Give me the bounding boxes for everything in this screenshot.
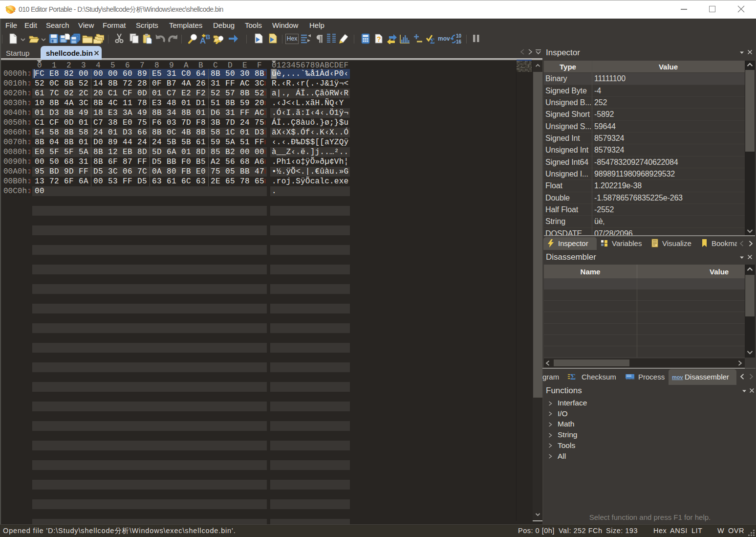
svg-text:A: A — [200, 36, 206, 44]
svg-text:B: B — [206, 33, 210, 41]
svg-text:16: 16 — [456, 39, 462, 44]
svg-text:?: ? — [377, 35, 381, 43]
svg-text:10: 10 — [456, 33, 462, 39]
svg-text:Σ: Σ — [430, 37, 435, 44]
svg-text:mov: mov — [438, 35, 450, 42]
